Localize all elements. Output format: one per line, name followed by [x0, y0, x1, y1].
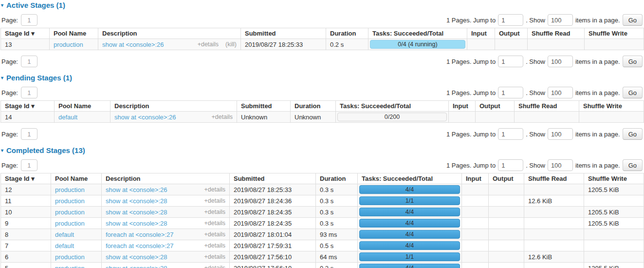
duration-cell: 0.3 s: [316, 195, 358, 207]
go-button[interactable]: Go: [623, 87, 643, 98]
jump-to-page-input[interactable]: [498, 128, 523, 140]
description-link[interactable]: show at <console>:26: [102, 41, 164, 48]
active-stages-section: ▾ Active Stages (1) Page: 1 Pages. Jump …: [0, 1, 644, 68]
spark-stages-page: ▾ Active Stages (1) Page: 1 Pages. Jump …: [0, 1, 644, 268]
column-header-shuffle-read[interactable]: Shuffle Read: [515, 101, 579, 112]
pool-name-link[interactable]: production: [54, 41, 83, 48]
section-title-completed-stages[interactable]: ▾ Completed Stages (13): [1, 146, 644, 154]
page-number-input[interactable]: [21, 87, 37, 98]
pool-name-link[interactable]: production: [55, 197, 85, 205]
pool-name-link[interactable]: production: [55, 220, 85, 227]
column-header-description[interactable]: Description: [98, 28, 241, 39]
task-progress-bar: 4/4: [359, 219, 460, 228]
description-link[interactable]: show at <console>:26: [114, 114, 176, 121]
details-toggle[interactable]: +details: [204, 242, 225, 249]
jump-to-page-input[interactable]: [498, 87, 523, 98]
tasks-cell: 0/4 (4 running): [368, 39, 467, 50]
column-header-output[interactable]: Output: [489, 173, 524, 184]
input-cell: [462, 207, 489, 218]
pool-name-link[interactable]: default: [55, 242, 74, 249]
tasks-cell: 4/4: [358, 263, 462, 268]
column-header-stage-id[interactable]: Stage Id ▾: [1, 173, 51, 184]
description-link[interactable]: show at <console>:28: [106, 253, 167, 261]
column-header-shuffle-write[interactable]: Shuffle Write: [585, 28, 644, 39]
column-header-input[interactable]: Input: [449, 101, 476, 112]
column-header-input[interactable]: Input: [462, 173, 489, 184]
details-toggle[interactable]: +details: [204, 265, 225, 268]
page-number-input[interactable]: [21, 128, 37, 140]
column-header-tasks-succeeded-total[interactable]: Tasks: Succeeded/Total: [336, 101, 449, 112]
description-link[interactable]: foreach at <console>:27: [106, 231, 174, 238]
pool-name-link[interactable]: production: [55, 265, 85, 268]
page-number-input[interactable]: [21, 159, 37, 171]
details-toggle[interactable]: +details: [204, 197, 225, 204]
column-header-duration[interactable]: Duration: [316, 173, 358, 184]
show-items-input[interactable]: [548, 159, 573, 171]
column-header-pool-name[interactable]: Pool Name: [51, 173, 102, 184]
description-link[interactable]: show at <console>:28: [106, 209, 167, 216]
details-toggle[interactable]: +details: [204, 231, 225, 238]
pool-name-link[interactable]: production: [55, 186, 85, 193]
description-link[interactable]: show at <console>:26: [106, 186, 167, 193]
show-items-input[interactable]: [548, 128, 573, 140]
jump-to-page-input[interactable]: [498, 14, 523, 26]
page-number-input[interactable]: [21, 14, 37, 26]
section-title-pending-stages[interactable]: ▾ Pending Stages (1): [1, 74, 644, 82]
go-button[interactable]: Go: [623, 14, 643, 26]
details-toggle[interactable]: +details: [204, 220, 225, 227]
column-header-shuffle-read[interactable]: Shuffle Read: [524, 173, 584, 184]
show-items-input[interactable]: [548, 56, 573, 67]
details-toggle[interactable]: +details: [204, 253, 225, 260]
submitted-cell: Unknown: [237, 112, 291, 123]
shuffle-read-cell: [515, 112, 579, 123]
column-header-pool-name[interactable]: Pool Name: [55, 101, 110, 112]
column-header-duration[interactable]: Duration: [291, 101, 336, 112]
column-header-tasks-succeeded-total[interactable]: Tasks: Succeeded/Total: [358, 173, 462, 184]
details-toggle[interactable]: +details: [212, 114, 233, 120]
page-label: Page:: [1, 131, 18, 138]
description-link[interactable]: show at <console>:28: [106, 265, 167, 268]
column-header-duration[interactable]: Duration: [326, 28, 368, 39]
section-title-text: Active Stages (1): [6, 1, 65, 9]
task-progress-bar: 4/4: [359, 264, 460, 268]
column-header-shuffle-read[interactable]: Shuffle Read: [528, 28, 585, 39]
pool-name-link[interactable]: default: [55, 231, 74, 238]
page-number-input[interactable]: [21, 56, 37, 67]
column-header-description[interactable]: Description: [110, 101, 237, 112]
details-toggle[interactable]: +details: [204, 186, 225, 193]
column-header-submitted[interactable]: Submitted: [230, 173, 316, 184]
jump-to-page-input[interactable]: [498, 56, 523, 67]
go-button[interactable]: Go: [623, 56, 643, 67]
show-items-input[interactable]: [548, 87, 573, 98]
column-header-submitted[interactable]: Submitted: [237, 101, 291, 112]
description-link[interactable]: show at <console>:28: [106, 220, 167, 227]
column-header-shuffle-write[interactable]: Shuffle Write: [579, 101, 644, 112]
column-header-submitted[interactable]: Submitted: [241, 28, 326, 39]
go-button[interactable]: Go: [623, 128, 643, 140]
column-header-shuffle-write[interactable]: Shuffle Write: [584, 173, 644, 184]
description-link[interactable]: show at <console>:28: [106, 197, 167, 205]
pool-name-link[interactable]: production: [55, 253, 85, 261]
duration-cell: 64 ms: [316, 251, 358, 263]
column-header-output[interactable]: Output: [495, 28, 528, 39]
pool-name-link[interactable]: production: [55, 209, 85, 216]
shuffle-write-cell: [584, 240, 644, 251]
details-toggle[interactable]: +details: [198, 41, 219, 48]
column-header-tasks-succeeded-total[interactable]: Tasks: Succeeded/Total: [368, 28, 467, 39]
description-link[interactable]: foreach at <console>:27: [106, 242, 174, 249]
column-header-pool-name[interactable]: Pool Name: [50, 28, 98, 39]
section-title-active-stages[interactable]: ▾ Active Stages (1): [1, 1, 644, 9]
column-header-description[interactable]: Description: [102, 173, 230, 184]
kill-link[interactable]: (kill): [225, 41, 237, 48]
details-toggle[interactable]: +details: [204, 209, 225, 215]
column-header-output[interactable]: Output: [476, 101, 515, 112]
column-header-input[interactable]: Input: [467, 28, 495, 39]
shuffle-write-cell: 1205.5 KiB: [584, 263, 644, 268]
jump-to-page-input[interactable]: [498, 159, 523, 171]
show-items-input[interactable]: [548, 14, 573, 26]
column-header-stage-id[interactable]: Stage Id ▾: [1, 101, 55, 112]
shuffle-write-cell: [584, 229, 644, 240]
column-header-stage-id[interactable]: Stage Id ▾: [1, 28, 50, 39]
go-button[interactable]: Go: [623, 159, 643, 171]
pool-name-link[interactable]: default: [58, 114, 77, 121]
